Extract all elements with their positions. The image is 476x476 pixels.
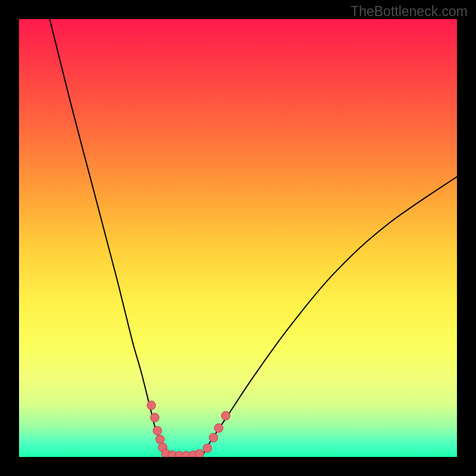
data-point [156, 435, 164, 443]
chart-frame: TheBottleneck.com [0, 0, 476, 476]
data-point [195, 450, 203, 457]
watermark-text: TheBottleneck.com [350, 4, 468, 20]
data-point [214, 424, 223, 432]
data-point [153, 427, 161, 435]
plot-area [19, 19, 457, 457]
dot-layer [147, 401, 230, 457]
data-point [147, 401, 155, 409]
chart-svg [19, 19, 457, 457]
data-point [151, 414, 159, 422]
curve-layer [50, 19, 457, 457]
data-point [203, 444, 211, 452]
bottleneck-curve [50, 19, 457, 457]
data-point [209, 433, 218, 441]
data-point [221, 412, 230, 420]
